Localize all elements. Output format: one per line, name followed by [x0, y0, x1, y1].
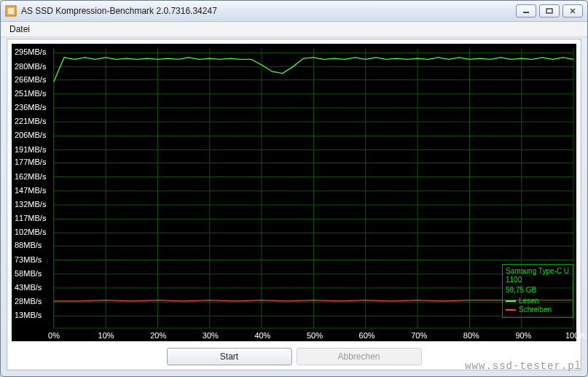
y-tick-label: 147MB/s — [15, 186, 46, 195]
y-tick-label: 236MB/s — [15, 103, 46, 112]
x-tick-label: 0% — [48, 331, 60, 340]
legend-read-label: Lesen — [519, 297, 538, 306]
legend-model-suffix: 1100 — [506, 276, 570, 284]
window-title: AS SSD Kompression-Benchmark 2.0.7316.34… — [21, 6, 516, 16]
title-bar: AS SSD Kompression-Benchmark 2.0.7316.34… — [1, 1, 587, 22]
svg-rect-2 — [523, 12, 529, 13]
x-tick-label: 50% — [307, 331, 323, 340]
start-button[interactable]: Start — [167, 348, 292, 365]
close-button[interactable] — [562, 4, 583, 18]
y-tick-label: 295MB/s — [15, 47, 46, 56]
app-window: AS SSD Kompression-Benchmark 2.0.7316.34… — [0, 0, 588, 377]
legend-capacity: 59,75 GB — [506, 286, 570, 295]
x-tick-label: 90% — [515, 331, 531, 340]
y-tick-label: 13MB/s — [15, 311, 42, 319]
x-tick-label: 20% — [150, 331, 166, 340]
cancel-button: Abbrechen — [297, 348, 422, 365]
y-tick-label: 206MB/s — [15, 131, 46, 139]
y-tick-label: 221MB/s — [15, 117, 46, 125]
y-tick-label: 266MB/s — [15, 75, 46, 84]
y-tick-label: 73MB/s — [15, 255, 42, 264]
x-tick-label: 100% — [565, 331, 586, 340]
menu-bar: Datei — [1, 22, 587, 37]
y-tick-label: 117MB/s — [15, 214, 46, 222]
legend-device: Samsung Type-C U — [506, 267, 570, 276]
minimize-button[interactable] — [516, 4, 536, 18]
y-tick-label: 177MB/s — [15, 158, 46, 166]
y-tick-label: 58MB/s — [15, 269, 42, 278]
y-tick-label: 280MB/s — [15, 62, 46, 71]
y-tick-label: 132MB/s — [15, 200, 46, 209]
x-tick-label: 10% — [98, 331, 114, 340]
x-tick-label: 80% — [463, 331, 479, 340]
y-tick-label: 28MB/s — [15, 297, 42, 306]
y-tick-label: 43MB/s — [15, 283, 42, 292]
client-area: 13MB/s28MB/s43MB/s58MB/s73MB/s88MB/s102M… — [7, 39, 581, 370]
y-tick-label: 102MB/s — [15, 228, 46, 236]
x-tick-label: 30% — [203, 331, 219, 340]
app-icon — [5, 5, 17, 17]
y-tick-label: 251MB/s — [15, 89, 46, 98]
menu-file[interactable]: Datei — [4, 23, 36, 36]
window-buttons — [516, 4, 583, 18]
x-tick-label: 40% — [254, 331, 270, 340]
legend: Samsung Type-C U 1100 59,75 GB Lesen Sch… — [502, 264, 573, 318]
y-tick-label: 191MB/s — [15, 145, 46, 154]
x-tick-label: 70% — [411, 331, 427, 340]
y-tick-label: 162MB/s — [15, 172, 46, 181]
y-tick-label: 88MB/s — [15, 241, 42, 249]
maximize-button[interactable] — [539, 4, 560, 18]
button-row: Start Abbrechen — [7, 346, 581, 367]
legend-write-label: Schreiben — [519, 306, 552, 314]
legend-swatch-write — [506, 309, 516, 311]
x-tick-label: 60% — [359, 331, 375, 340]
svg-rect-3 — [546, 9, 552, 13]
chart: 13MB/s28MB/s43MB/s58MB/s73MB/s88MB/s102M… — [12, 44, 576, 341]
svg-rect-1 — [8, 8, 14, 14]
legend-swatch-read — [506, 300, 516, 302]
